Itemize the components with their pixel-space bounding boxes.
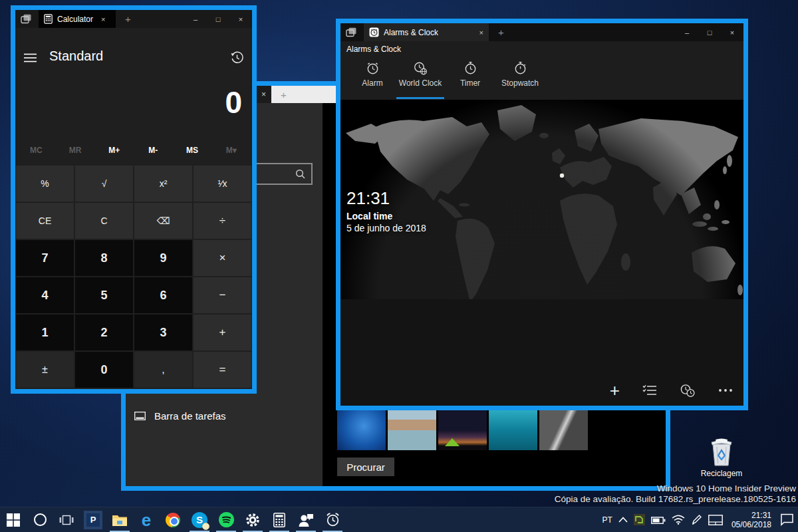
- key-minus[interactable]: −: [194, 277, 251, 313]
- taskbar-skype[interactable]: S: [186, 507, 213, 532]
- recycle-bin[interactable]: Reciclagem: [700, 438, 743, 478]
- new-tab-icon[interactable]: +: [281, 89, 287, 100]
- key-4[interactable]: 4: [16, 277, 74, 313]
- alarms-clock-window[interactable]: Alarms & Clock × + – □ × Alarms & Clock: [336, 19, 748, 410]
- new-tab-icon[interactable]: +: [125, 13, 131, 25]
- wifi-icon[interactable]: [672, 515, 685, 525]
- battery-icon[interactable]: [651, 515, 666, 525]
- minimize-button[interactable]: –: [676, 29, 698, 37]
- taskbar-calculator[interactable]: [266, 507, 293, 532]
- memory-subtract-button[interactable]: M-: [134, 146, 173, 155]
- key-backspace[interactable]: ⌫: [134, 203, 192, 239]
- key-2[interactable]: 2: [75, 315, 133, 350]
- recycle-bin-icon: [709, 438, 734, 467]
- start-button[interactable]: [0, 507, 27, 532]
- tab-stopwatch[interactable]: Stopwatch: [492, 61, 548, 88]
- calculator-window[interactable]: Calculator × + – □ × Standard 0 MC MR M+…: [11, 5, 257, 394]
- calculator-mode-title: Standard: [49, 49, 103, 64]
- key-sqrt[interactable]: √: [75, 166, 133, 201]
- wallpaper-thumb-beach[interactable]: [388, 406, 436, 450]
- tray-utility-icon[interactable]: [634, 514, 645, 525]
- key-equals[interactable]: =: [194, 352, 251, 388]
- key-ce[interactable]: CE: [16, 203, 74, 239]
- history-icon[interactable]: [231, 51, 243, 64]
- task-view-button[interactable]: [53, 507, 80, 532]
- alarms-tab-icon: [369, 27, 379, 37]
- key-negate[interactable]: ±: [16, 352, 74, 388]
- calculator-tab[interactable]: Calculator ×: [39, 10, 116, 28]
- calculator-tab-title: Calculator: [57, 15, 94, 24]
- key-8[interactable]: 8: [75, 240, 133, 276]
- add-clock-button[interactable]: +: [610, 383, 620, 398]
- close-button[interactable]: ×: [721, 29, 743, 37]
- taskbar-app-p[interactable]: P: [80, 507, 106, 532]
- memory-add-button[interactable]: M+: [94, 146, 134, 155]
- compare-clocks-icon[interactable]: [680, 384, 696, 398]
- cortana-button[interactable]: [27, 507, 53, 532]
- sidebar-item-taskbar[interactable]: Barra de tarefas: [134, 406, 314, 426]
- taskbar-spotify[interactable]: [213, 507, 239, 532]
- key-percent[interactable]: %: [16, 166, 74, 201]
- skype-icon: S: [192, 512, 207, 528]
- tab-close-icon[interactable]: ×: [256, 90, 271, 99]
- memory-flyout-button[interactable]: M▾: [211, 146, 251, 155]
- wallpaper-thumb-hero[interactable]: [337, 406, 386, 450]
- key-divide[interactable]: ÷: [194, 203, 251, 239]
- key-c[interactable]: C: [75, 203, 133, 239]
- tab-timer[interactable]: Timer: [442, 61, 498, 88]
- tab-world-clock[interactable]: World Clock: [392, 61, 448, 88]
- watermark-line2: Cópia de avaliação. Build 17682.rs_prere…: [555, 494, 796, 505]
- tab-timer-label: Timer: [460, 78, 480, 88]
- key-0[interactable]: 0: [75, 352, 133, 388]
- app-p-icon: P: [84, 511, 102, 529]
- key-5[interactable]: 5: [75, 277, 133, 313]
- memory-recall-button[interactable]: MR: [56, 146, 95, 155]
- key-multiply[interactable]: ×: [194, 240, 251, 276]
- wallpaper-thumb-rock[interactable]: [539, 406, 588, 450]
- alarms-tab[interactable]: Alarms & Clock ×: [364, 23, 489, 41]
- close-button[interactable]: ×: [229, 15, 252, 23]
- sets-panes-icon[interactable]: [346, 27, 357, 37]
- pen-icon[interactable]: [691, 514, 702, 525]
- key-1[interactable]: 1: [16, 315, 74, 350]
- hidden-icons-chevron[interactable]: [618, 517, 628, 523]
- wallpaper-thumb-underwater[interactable]: [489, 406, 537, 450]
- tab-close-icon[interactable]: ×: [479, 29, 483, 37]
- background-thumbnails: [337, 406, 588, 450]
- key-plus[interactable]: +: [194, 315, 251, 350]
- more-options-icon[interactable]: [718, 388, 733, 392]
- windows-logo-icon: [7, 513, 20, 527]
- menu-icon[interactable]: [24, 53, 37, 63]
- memory-clear-button[interactable]: MC: [17, 146, 56, 155]
- edit-list-icon[interactable]: [642, 384, 657, 396]
- cortana-icon: [34, 513, 47, 526]
- sets-panes-icon[interactable]: [21, 14, 32, 24]
- maximize-button[interactable]: □: [207, 15, 229, 23]
- key-9[interactable]: 9: [134, 240, 192, 276]
- tray-clock[interactable]: 21:31 05/06/2018: [732, 511, 771, 529]
- memory-store-button[interactable]: MS: [173, 146, 212, 155]
- taskbar-people[interactable]: [293, 507, 319, 532]
- action-center-icon[interactable]: [780, 513, 794, 526]
- language-indicator[interactable]: PT: [602, 515, 612, 525]
- taskbar-file-explorer[interactable]: [106, 507, 133, 532]
- maximize-button[interactable]: □: [698, 29, 721, 37]
- wallpaper-thumb-night-tent[interactable]: [438, 406, 487, 450]
- tab-alarm-label: Alarm: [362, 78, 382, 88]
- key-decimal[interactable]: ,: [134, 352, 192, 388]
- key-6[interactable]: 6: [134, 277, 192, 313]
- key-reciprocal[interactable]: ¹⁄x: [194, 166, 251, 201]
- key-7[interactable]: 7: [16, 240, 74, 276]
- new-tab-icon[interactable]: +: [498, 27, 504, 38]
- taskbar-chrome[interactable]: [160, 507, 186, 532]
- taskbar-alarms[interactable]: [319, 507, 346, 532]
- key-square[interactable]: x²: [134, 166, 192, 201]
- touchpad-icon[interactable]: [708, 515, 723, 525]
- browse-button[interactable]: Procurar: [337, 458, 394, 476]
- tab-close-icon[interactable]: ×: [101, 15, 105, 23]
- taskbar-settings[interactable]: [239, 507, 266, 532]
- taskbar-edge[interactable]: e: [133, 507, 160, 532]
- minimize-button[interactable]: –: [184, 15, 207, 23]
- key-3[interactable]: 3: [134, 315, 192, 350]
- alarm-icon: [366, 61, 380, 75]
